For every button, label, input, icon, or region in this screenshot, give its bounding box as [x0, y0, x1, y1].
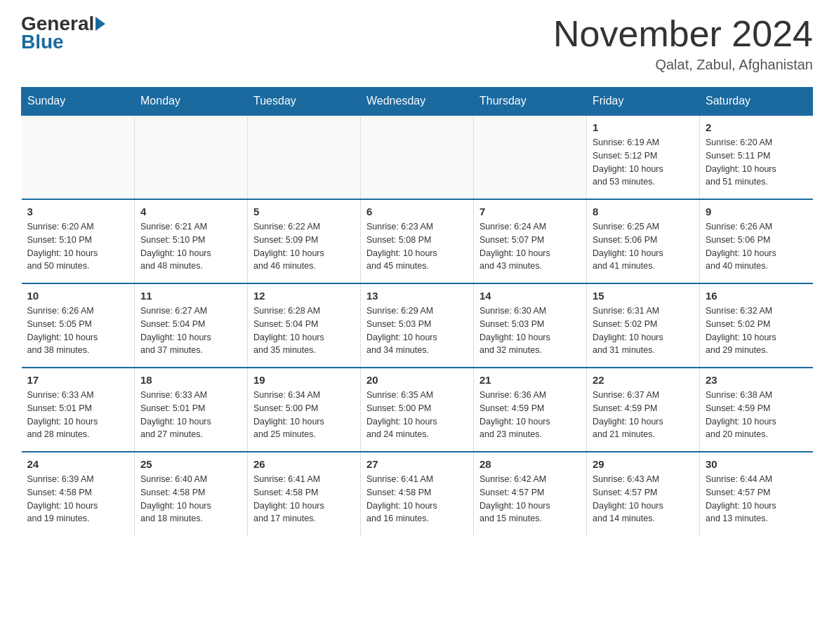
col-saturday: Saturday [700, 88, 813, 116]
day-info: Sunrise: 6:27 AM Sunset: 5:04 PM Dayligh… [140, 304, 241, 357]
day-number: 6 [366, 206, 468, 217]
day-info: Sunrise: 6:38 AM Sunset: 4:59 PM Dayligh… [706, 389, 807, 441]
table-row: 28Sunrise: 6:42 AM Sunset: 4:57 PM Dayli… [474, 452, 587, 536]
day-number: 29 [593, 458, 694, 470]
table-row: 12Sunrise: 6:28 AM Sunset: 5:04 PM Dayli… [248, 283, 361, 368]
table-row [248, 115, 361, 199]
table-row [135, 115, 248, 199]
month-title: November 2024 [553, 14, 813, 54]
day-number: 28 [479, 458, 581, 470]
day-number: 16 [706, 290, 807, 302]
table-row: 5Sunrise: 6:22 AM Sunset: 5:09 PM Daylig… [248, 199, 361, 283]
day-info: Sunrise: 6:23 AM Sunset: 5:08 PM Dayligh… [366, 220, 468, 273]
calendar-week-row: 10Sunrise: 6:26 AM Sunset: 5:05 PM Dayli… [22, 283, 813, 368]
calendar-week-row: 24Sunrise: 6:39 AM Sunset: 4:58 PM Dayli… [22, 452, 813, 536]
day-number: 5 [253, 206, 355, 217]
logo-blue: Blue [21, 31, 64, 53]
table-row: 18Sunrise: 6:33 AM Sunset: 5:01 PM Dayli… [135, 368, 248, 452]
day-info: Sunrise: 6:24 AM Sunset: 5:07 PM Dayligh… [479, 220, 581, 273]
col-friday: Friday [587, 88, 700, 116]
table-row: 16Sunrise: 6:32 AM Sunset: 5:02 PM Dayli… [700, 283, 813, 368]
day-info: Sunrise: 6:22 AM Sunset: 5:09 PM Dayligh… [253, 220, 355, 273]
calendar-header-row: Sunday Monday Tuesday Wednesday Thursday… [22, 88, 813, 116]
table-row: 8Sunrise: 6:25 AM Sunset: 5:06 PM Daylig… [587, 199, 700, 283]
day-info: Sunrise: 6:35 AM Sunset: 5:00 PM Dayligh… [366, 389, 468, 441]
day-info: Sunrise: 6:34 AM Sunset: 5:00 PM Dayligh… [253, 389, 355, 441]
table-row: 20Sunrise: 6:35 AM Sunset: 5:00 PM Dayli… [361, 368, 474, 452]
table-row: 1Sunrise: 6:19 AM Sunset: 5:12 PM Daylig… [587, 115, 700, 199]
calendar-week-row: 3Sunrise: 6:20 AM Sunset: 5:10 PM Daylig… [22, 199, 813, 283]
table-row: 13Sunrise: 6:29 AM Sunset: 5:03 PM Dayli… [361, 283, 474, 368]
day-info: Sunrise: 6:37 AM Sunset: 4:59 PM Dayligh… [593, 389, 694, 441]
day-number: 2 [706, 121, 807, 133]
table-row: 24Sunrise: 6:39 AM Sunset: 4:58 PM Dayli… [22, 452, 135, 536]
table-row: 9Sunrise: 6:26 AM Sunset: 5:06 PM Daylig… [700, 199, 813, 283]
logo-arrow-icon [95, 17, 105, 31]
table-row: 19Sunrise: 6:34 AM Sunset: 5:00 PM Dayli… [248, 368, 361, 452]
table-row: 17Sunrise: 6:33 AM Sunset: 5:01 PM Dayli… [22, 368, 135, 452]
day-number: 19 [253, 374, 355, 386]
table-row: 15Sunrise: 6:31 AM Sunset: 5:02 PM Dayli… [587, 283, 700, 368]
day-number: 8 [593, 206, 694, 217]
day-number: 13 [366, 290, 468, 302]
day-number: 11 [140, 290, 241, 302]
day-info: Sunrise: 6:43 AM Sunset: 4:57 PM Dayligh… [593, 473, 694, 525]
table-row: 30Sunrise: 6:44 AM Sunset: 4:57 PM Dayli… [700, 452, 813, 536]
day-info: Sunrise: 6:40 AM Sunset: 4:58 PM Dayligh… [140, 473, 241, 525]
col-sunday: Sunday [22, 88, 135, 116]
day-number: 20 [366, 374, 468, 386]
day-number: 30 [706, 458, 807, 470]
day-info: Sunrise: 6:30 AM Sunset: 5:03 PM Dayligh… [479, 304, 581, 357]
day-info: Sunrise: 6:20 AM Sunset: 5:10 PM Dayligh… [27, 220, 129, 273]
day-number: 24 [27, 458, 129, 470]
day-info: Sunrise: 6:26 AM Sunset: 5:06 PM Dayligh… [706, 220, 807, 273]
table-row: 22Sunrise: 6:37 AM Sunset: 4:59 PM Dayli… [587, 368, 700, 452]
day-number: 4 [140, 206, 241, 217]
day-info: Sunrise: 6:42 AM Sunset: 4:57 PM Dayligh… [479, 473, 581, 525]
day-number: 23 [706, 374, 807, 386]
table-row: 25Sunrise: 6:40 AM Sunset: 4:58 PM Dayli… [135, 452, 248, 536]
day-number: 1 [593, 121, 694, 133]
day-info: Sunrise: 6:41 AM Sunset: 4:58 PM Dayligh… [253, 473, 355, 525]
calendar-week-row: 17Sunrise: 6:33 AM Sunset: 5:01 PM Dayli… [22, 368, 813, 452]
table-row: 6Sunrise: 6:23 AM Sunset: 5:08 PM Daylig… [361, 199, 474, 283]
table-row: 11Sunrise: 6:27 AM Sunset: 5:04 PM Dayli… [135, 283, 248, 368]
calendar-week-row: 1Sunrise: 6:19 AM Sunset: 5:12 PM Daylig… [22, 115, 813, 199]
day-info: Sunrise: 6:36 AM Sunset: 4:59 PM Dayligh… [479, 389, 581, 441]
day-number: 7 [479, 206, 581, 217]
table-row: 29Sunrise: 6:43 AM Sunset: 4:57 PM Dayli… [587, 452, 700, 536]
day-number: 10 [27, 290, 129, 302]
table-row: 2Sunrise: 6:20 AM Sunset: 5:11 PM Daylig… [700, 115, 813, 199]
col-monday: Monday [135, 88, 248, 116]
day-info: Sunrise: 6:19 AM Sunset: 5:12 PM Dayligh… [593, 136, 694, 189]
table-row [361, 115, 474, 199]
day-number: 25 [140, 458, 241, 470]
day-info: Sunrise: 6:33 AM Sunset: 5:01 PM Dayligh… [27, 389, 129, 441]
day-info: Sunrise: 6:29 AM Sunset: 5:03 PM Dayligh… [366, 304, 468, 357]
table-row: 27Sunrise: 6:41 AM Sunset: 4:58 PM Dayli… [361, 452, 474, 536]
table-row: 14Sunrise: 6:30 AM Sunset: 5:03 PM Dayli… [474, 283, 587, 368]
day-number: 14 [479, 290, 581, 302]
day-number: 21 [479, 374, 581, 386]
table-row: 21Sunrise: 6:36 AM Sunset: 4:59 PM Dayli… [474, 368, 587, 452]
table-row: 10Sunrise: 6:26 AM Sunset: 5:05 PM Dayli… [22, 283, 135, 368]
day-info: Sunrise: 6:33 AM Sunset: 5:01 PM Dayligh… [140, 389, 241, 441]
day-number: 3 [27, 206, 129, 217]
day-number: 27 [366, 458, 468, 470]
table-row [474, 115, 587, 199]
day-number: 22 [593, 374, 694, 386]
table-row: 3Sunrise: 6:20 AM Sunset: 5:10 PM Daylig… [22, 199, 135, 283]
day-number: 26 [253, 458, 355, 470]
day-info: Sunrise: 6:26 AM Sunset: 5:05 PM Dayligh… [27, 304, 129, 357]
day-number: 9 [706, 206, 807, 217]
table-row: 4Sunrise: 6:21 AM Sunset: 5:10 PM Daylig… [135, 199, 248, 283]
location: Qalat, Zabul, Afghanistan [553, 57, 813, 73]
day-info: Sunrise: 6:25 AM Sunset: 5:06 PM Dayligh… [593, 220, 694, 273]
day-info: Sunrise: 6:32 AM Sunset: 5:02 PM Dayligh… [706, 304, 807, 357]
table-row [22, 115, 135, 199]
day-number: 18 [140, 374, 241, 386]
day-info: Sunrise: 6:20 AM Sunset: 5:11 PM Dayligh… [706, 136, 807, 189]
title-area: November 2024 Qalat, Zabul, Afghanistan [553, 14, 813, 73]
day-info: Sunrise: 6:28 AM Sunset: 5:04 PM Dayligh… [253, 304, 355, 357]
day-info: Sunrise: 6:41 AM Sunset: 4:58 PM Dayligh… [366, 473, 468, 525]
